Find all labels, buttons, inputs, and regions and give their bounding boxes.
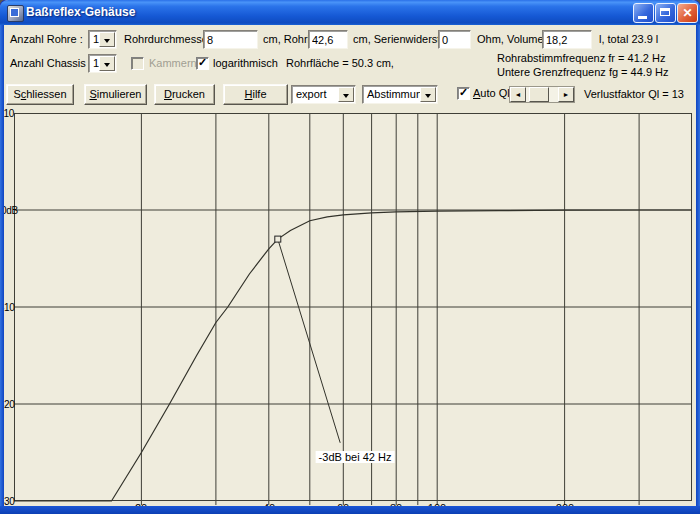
button-label: S xyxy=(13,88,20,100)
auto-ql-checkbox[interactable]: ✓ xyxy=(457,87,470,100)
close-icon: ✕ xyxy=(678,6,697,20)
button-label: imulieren xyxy=(97,88,142,100)
dropdown-arrow-icon[interactable] xyxy=(338,87,354,102)
volumen-label: Ohm, Volumen xyxy=(477,33,550,45)
button-label: S xyxy=(90,88,97,100)
verlustfaktor-text: Verlustfaktor Ql = 13 xyxy=(584,88,684,100)
button-label: ilfe xyxy=(252,88,266,100)
dropdown-arrow-icon[interactable] xyxy=(99,56,115,71)
close-button[interactable]: ✕ xyxy=(677,3,698,23)
volumen-input[interactable] xyxy=(542,30,592,49)
hilfe-button[interactable]: Hilfe xyxy=(223,84,288,105)
anzahl-rohre-label: Anzahl Rohre : xyxy=(10,33,83,45)
ql-slider[interactable]: ◄ ► xyxy=(509,86,575,103)
window-border-bottom xyxy=(0,506,700,514)
rohrdurchmesser-input[interactable] xyxy=(203,30,258,49)
titlebar[interactable]: Baßreflex-Gehäuse xyxy=(0,0,700,25)
slider-left-arrow-icon[interactable]: ◄ xyxy=(510,87,526,102)
minimize-icon xyxy=(638,16,647,19)
anzahl-chassis-select[interactable]: 1 xyxy=(88,54,117,73)
kammern-checkbox xyxy=(131,57,144,70)
maximize-icon xyxy=(660,8,670,16)
anzahl-chassis-label: Anzahl Chassis : xyxy=(10,57,92,69)
grenzfrequenz-text: Untere Grenzfrequenz fg = 44.9 Hz xyxy=(497,66,669,78)
minimize-button[interactable] xyxy=(633,3,654,23)
button-label: hliessen xyxy=(26,88,66,100)
maximize-button[interactable] xyxy=(655,3,676,23)
export-select-value: export xyxy=(296,88,327,100)
abstimmung-select-value: Abstimmung xyxy=(367,88,428,100)
window-border-right xyxy=(696,0,700,514)
dropdown-arrow-icon[interactable] xyxy=(99,32,115,47)
schliessen-button[interactable]: Schliessen xyxy=(6,84,74,105)
drucken-button[interactable]: Drucken xyxy=(154,84,215,105)
rohrdurchmesser-label: Rohrdurchmesser xyxy=(124,33,211,45)
logarithmisch-label: logarithmisch xyxy=(213,57,278,69)
checkmark-icon: ✓ xyxy=(198,56,207,69)
rohrlaenge-input[interactable] xyxy=(308,30,348,49)
serienwiderstand-input[interactable] xyxy=(438,30,471,49)
checkmark-icon: ✓ xyxy=(459,86,468,99)
anzahl-rohre-select[interactable]: 1 xyxy=(88,30,117,49)
window-title: Baßreflex-Gehäuse xyxy=(26,5,135,19)
logarithmisch-checkbox[interactable]: ✓ xyxy=(196,57,209,70)
abstimmung-select[interactable]: Abstimmung xyxy=(362,85,438,104)
simulieren-button[interactable]: Simulieren xyxy=(84,84,147,105)
button-label: rucken xyxy=(172,88,205,100)
auto-ql-label: Auto Ql xyxy=(473,87,510,99)
dropdown-arrow-icon[interactable] xyxy=(420,87,436,102)
window-border-left xyxy=(0,0,4,514)
export-select[interactable]: export xyxy=(291,85,356,104)
app-icon xyxy=(7,5,24,22)
total-volume-text: l, total 23.9 l xyxy=(599,33,658,45)
slider-thumb[interactable] xyxy=(529,87,549,102)
kammern-label: Kammern xyxy=(149,57,197,69)
app-window: 100dB-10-20-30 20406080100200 Anzahl Roh… xyxy=(0,0,700,514)
rohrabstimmfrequenz-text: Rohrabstimmfrequenz fr = 41.2 Hz xyxy=(497,52,665,64)
rohrflaeche-text: Rohrfläche = 50.3 cm, xyxy=(286,57,394,69)
button-label: D xyxy=(164,88,172,100)
auto-ql-label-part: uto Ql xyxy=(480,87,509,99)
slider-right-arrow-icon[interactable]: ► xyxy=(558,87,574,102)
chart-annotation-3db: -3dB bei 42 Hz xyxy=(316,451,395,463)
